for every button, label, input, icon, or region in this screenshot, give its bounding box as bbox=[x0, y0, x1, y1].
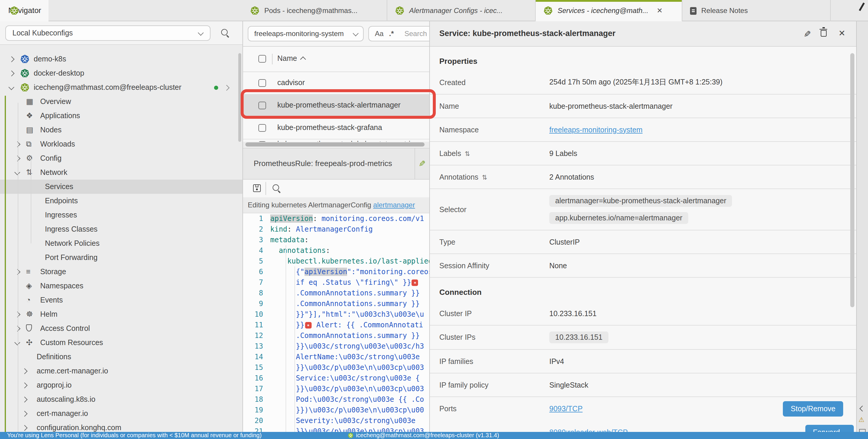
sort-toggle-icon[interactable]: ⇅ bbox=[465, 150, 470, 157]
row-value: 254d 17h 50m ago (2025年1月13日 GMT+8 1:25:… bbox=[549, 77, 722, 88]
chevron-right-icon[interactable] bbox=[22, 368, 27, 374]
regex-toggle[interactable]: .* bbox=[389, 27, 394, 41]
sidebar-item-nodes[interactable]: ▤Nodes bbox=[0, 123, 242, 137]
chevron-down-icon[interactable] bbox=[14, 169, 20, 175]
warning-icon[interactable]: ⚠ bbox=[859, 416, 864, 424]
sidebar-item-ingresses[interactable]: Ingresses bbox=[0, 208, 242, 222]
panel-body: PropertiesCreated254d 17h 50m ago (2025年… bbox=[430, 47, 856, 432]
chevron-right-icon[interactable] bbox=[14, 269, 20, 274]
sidebar-item-applications[interactable]: ❖Applications bbox=[0, 109, 242, 123]
editor-search-icon[interactable] bbox=[273, 184, 281, 193]
sidebar-item-network[interactable]: ⇅Network bbox=[0, 165, 242, 180]
sidebar-item-docker-desktop[interactable]: docker-desktop bbox=[0, 66, 242, 80]
sidebar-item-storage[interactable]: ≡Storage bbox=[0, 265, 242, 279]
tab-pods-icecheng-mathmas-[interactable]: Pods - icecheng@mathmas... bbox=[242, 0, 387, 21]
sidebar-item-access-control[interactable]: Access Control bbox=[0, 322, 242, 336]
chevron-down-icon[interactable] bbox=[14, 339, 20, 345]
match-case-toggle[interactable]: Aa bbox=[375, 27, 383, 41]
chevron-right-icon[interactable] bbox=[14, 141, 20, 147]
sidebar-item-network-policies[interactable]: Network Policies bbox=[0, 236, 242, 250]
edit-pencil-icon[interactable]: ✎ bbox=[418, 159, 426, 168]
tab-services-icecheng-math-[interactable]: Services - icecheng@math...✕ bbox=[536, 0, 682, 21]
sidebar-item-configuration-konghq-com[interactable]: configuration.konghq.com bbox=[0, 421, 242, 432]
line-number: 10 bbox=[243, 309, 270, 319]
sidebar-item-overview[interactable]: ▦Overview bbox=[0, 95, 242, 109]
editor-line: 21 }}\u003c/p\u003e\n\u003cp\u003 bbox=[243, 426, 429, 432]
sidebar-item-custom-resources[interactable]: ✣Custom Resources bbox=[0, 336, 242, 350]
port-link[interactable]: 8080:reloader-web/TCP bbox=[549, 428, 628, 432]
sidebar-item-ingress-classes[interactable]: Ingress Classes bbox=[0, 222, 242, 236]
sidebar-item-events[interactable]: ◔Events bbox=[0, 293, 242, 307]
save-icon[interactable] bbox=[253, 184, 261, 192]
chevron-right-icon[interactable] bbox=[14, 312, 20, 317]
chevron-right-icon[interactable] bbox=[8, 57, 14, 62]
sidebar-item-icecheng-mathmast-com-freeleaps-cluster[interactable]: icecheng@mathmast.com@freeleaps-cluster bbox=[0, 80, 242, 95]
chevron-right-icon[interactable] bbox=[22, 382, 27, 388]
forward-button[interactable]: Forward... bbox=[805, 425, 854, 432]
tab-alertmanager-configs-icec-[interactable]: Alertmanager Configs - icec... bbox=[387, 0, 536, 21]
collapse-chevron-icon[interactable] bbox=[860, 406, 865, 411]
line-number: 14 bbox=[243, 351, 270, 362]
sidebar-item-cert-manager-io[interactable]: cert-manager.io bbox=[0, 406, 242, 421]
chevron-right-icon[interactable] bbox=[22, 425, 27, 431]
events-icon: ◔ bbox=[26, 293, 31, 307]
chevron-right-icon[interactable] bbox=[14, 326, 20, 331]
line-number: 9 bbox=[243, 298, 270, 309]
delete-service-icon[interactable] bbox=[821, 30, 827, 37]
cluster-status[interactable]: icecheng@mathmast.com@freeleaps-cluster … bbox=[348, 432, 499, 439]
sidebar-item-autoscaling-k8s-io[interactable]: autoscaling.k8s.io bbox=[0, 392, 242, 406]
divider bbox=[414, 148, 415, 180]
row-checkbox[interactable] bbox=[258, 79, 266, 87]
sidebar-navigator: Local Kubeconfigs demo-k8s docker-deskto… bbox=[0, 21, 242, 432]
select-all-checkbox[interactable] bbox=[258, 55, 266, 63]
chevron-right-icon[interactable] bbox=[22, 411, 27, 416]
kubernetes-icon bbox=[395, 6, 404, 15]
tab-overflow-partial[interactable] bbox=[0, 0, 37, 21]
sidebar-item-acme-cert-manager-io[interactable]: acme.cert-manager.io bbox=[0, 364, 242, 378]
divider bbox=[272, 54, 273, 64]
sidebar-item-definitions[interactable]: Definitions bbox=[0, 350, 242, 364]
close-panel-icon[interactable]: ✕ bbox=[838, 28, 845, 38]
chevron-right-icon[interactable] bbox=[8, 71, 14, 76]
row-checkbox[interactable] bbox=[258, 124, 266, 132]
panel-row-type: TypeClusterIP bbox=[430, 230, 856, 254]
sidebar-item-argoproj-io[interactable]: argoproj.io bbox=[0, 378, 242, 392]
column-header-name[interactable]: Name bbox=[277, 54, 297, 63]
sidebar-item-endpoints[interactable]: Endpoints bbox=[0, 194, 242, 208]
chevron-right-icon[interactable] bbox=[224, 85, 229, 90]
sidebar-item-workloads[interactable]: ⧉Workloads bbox=[0, 137, 242, 151]
row-label: Cluster IP bbox=[430, 309, 549, 317]
sidebar-item-namespaces[interactable]: ◈Namespaces bbox=[0, 279, 242, 293]
search-input[interactable]: Aa .* Search bbox=[368, 26, 429, 41]
namespace-select[interactable]: freeleaps-monitoring-system bbox=[248, 26, 364, 41]
chevron-right-icon[interactable] bbox=[14, 156, 20, 161]
yaml-editor[interactable]: 1apiVersion: monitoring.coreos.com/v12ki… bbox=[243, 213, 429, 432]
alertmanager-link[interactable]: alertmanager bbox=[373, 201, 415, 209]
table-row-kube-prometheus-stack-grafana[interactable]: kube-prometheus-stack-grafana bbox=[243, 117, 429, 139]
tab-release-notes[interactable]: Release Notes bbox=[682, 0, 831, 21]
edit-service-icon[interactable]: ✎ bbox=[804, 29, 811, 40]
kubeconfig-select[interactable]: Local Kubeconfigs bbox=[5, 25, 211, 41]
panel-scrollbar[interactable] bbox=[850, 53, 855, 307]
sidebar-item-label: cert-manager.io bbox=[37, 406, 88, 421]
port-link[interactable]: 9093/TCP bbox=[549, 405, 583, 413]
close-tab-icon[interactable]: ✕ bbox=[657, 6, 662, 15]
sidebar-item-helm[interactable]: ☸Helm bbox=[0, 307, 242, 322]
sidebar-item-port-forwarding[interactable]: Port Forwarding bbox=[0, 250, 242, 265]
namespace-link[interactable]: freeleaps-monitoring-system bbox=[549, 126, 643, 134]
panel-row-ip-families: IP familiesIPv4 bbox=[430, 350, 856, 373]
prometheusrule-dock-tab[interactable]: PrometheusRule: freepeals-prod-metrics ✎ bbox=[243, 148, 429, 180]
sidebar-item-services[interactable]: Services bbox=[0, 180, 242, 194]
line-number: 3 bbox=[243, 235, 270, 245]
search-icon[interactable] bbox=[221, 29, 229, 37]
sidebar-item-demo-k8s[interactable]: demo-k8s bbox=[0, 52, 242, 66]
chevron-down-icon bbox=[353, 30, 359, 36]
horizontal-scrollbar[interactable] bbox=[243, 142, 429, 147]
sidebar-item-config[interactable]: ⚙Config bbox=[0, 151, 242, 165]
stop-remove-button[interactable]: Stop/Remove bbox=[783, 401, 843, 416]
sort-toggle-icon[interactable]: ⇅ bbox=[482, 173, 487, 180]
line-number: 5 bbox=[243, 256, 270, 267]
row-value: SingleStack bbox=[549, 381, 588, 389]
chevron-right-icon[interactable] bbox=[22, 397, 27, 402]
chevron-down-icon[interactable] bbox=[8, 84, 14, 90]
